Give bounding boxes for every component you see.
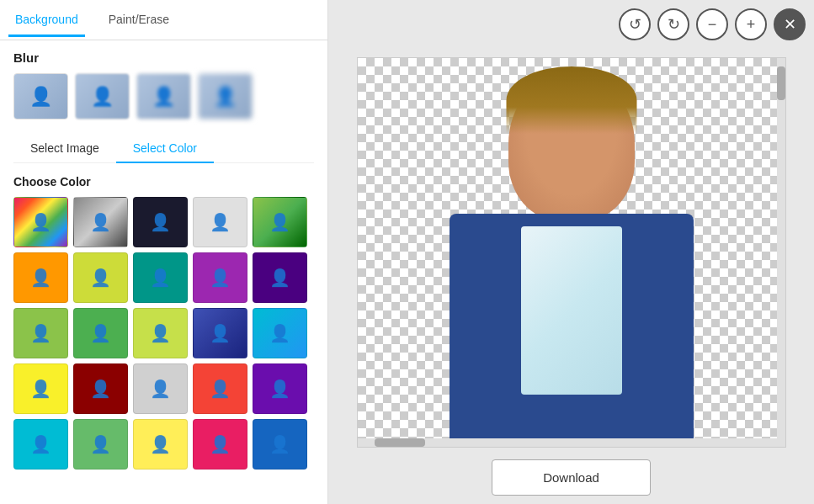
- left-panel: Background Paint/Erase Blur 👤 👤 👤 👤 Sele…: [0, 0, 328, 504]
- person-icon-lime: 👤: [90, 268, 111, 288]
- blur-thumb-1[interactable]: 👤: [75, 73, 130, 119]
- blur-thumb-3[interactable]: 👤: [198, 73, 253, 119]
- scrollbar-thumb-h[interactable]: [375, 438, 425, 447]
- blur-thumb-2[interactable]: 👤: [136, 73, 191, 119]
- person-icon-light-green: 👤: [30, 323, 51, 343]
- person-icon-green3: 👤: [90, 434, 111, 454]
- color-cell-green2[interactable]: 👤: [73, 308, 128, 358]
- scrollbar-horizontal[interactable]: [358, 438, 785, 447]
- color-cell-light-green[interactable]: 👤: [13, 308, 68, 358]
- person-icon-yellow-green: 👤: [150, 323, 171, 343]
- blur-thumb-0[interactable]: 👤: [13, 73, 68, 119]
- person-icon-light-gray2: 👤: [150, 379, 171, 399]
- person-icon-red: 👤: [210, 379, 231, 399]
- color-cell-light-gray[interactable]: 👤: [193, 197, 247, 247]
- scrollbar-thumb-v[interactable]: [777, 66, 785, 100]
- blur-thumbnails: 👤 👤 👤 👤: [13, 73, 314, 119]
- download-button[interactable]: Download: [492, 459, 651, 496]
- color-cell-blue-indigo[interactable]: 👤: [193, 308, 247, 358]
- person-icon-purple2: 👤: [269, 379, 290, 399]
- panel-content: Blur 👤 👤 👤 👤 Select Image Select Color C…: [0, 40, 327, 504]
- right-panel: ↺ ↻ − + ✕ Download: [328, 0, 814, 504]
- color-cell-multicolor[interactable]: 👤: [13, 197, 68, 247]
- person-icon-blue2: 👤: [269, 434, 290, 454]
- sub-tab-bar: Select Image Select Color: [13, 135, 314, 163]
- person-icon-cyan2: 👤: [30, 434, 51, 454]
- color-cell-lime[interactable]: 👤: [73, 252, 128, 303]
- person-icon-blue-indigo: 👤: [210, 323, 231, 343]
- person-icon-teal: 👤: [150, 268, 171, 288]
- undo-button[interactable]: ↺: [619, 8, 651, 40]
- person-icon-cyan-blue: 👤: [269, 323, 290, 343]
- close-button[interactable]: ✕: [774, 8, 806, 40]
- redo-button[interactable]: ↻: [657, 8, 689, 40]
- tab-bar: Background Paint/Erase: [0, 0, 327, 40]
- scrollbar-vertical[interactable]: [777, 58, 785, 447]
- sub-tab-select-image[interactable]: Select Image: [13, 135, 116, 163]
- color-cell-dark-purple[interactable]: 👤: [253, 252, 307, 303]
- canvas-area: [357, 57, 786, 448]
- person-icon-light-gray: 👤: [210, 212, 231, 232]
- color-cell-dark-suit[interactable]: 👤: [133, 197, 188, 247]
- person-icon-grayscale: 👤: [90, 212, 111, 232]
- color-cell-cyan2[interactable]: 👤: [13, 419, 68, 470]
- blur-preview-3: 👤: [199, 74, 252, 119]
- color-cell-pink[interactable]: 👤: [193, 419, 247, 470]
- tab-paint-erase[interactable]: Paint/Erase: [102, 4, 176, 37]
- zoom-in-button[interactable]: +: [735, 8, 767, 40]
- hair: [506, 66, 636, 134]
- toolbar: ↺ ↻ − + ✕: [619, 8, 806, 40]
- color-cell-red[interactable]: 👤: [193, 363, 247, 414]
- person-icon-multicolor: 👤: [30, 212, 51, 232]
- color-cell-green3[interactable]: 👤: [73, 419, 128, 470]
- person-icon-pink: 👤: [210, 434, 231, 454]
- color-cell-cyan-blue[interactable]: 👤: [253, 308, 307, 358]
- person-image: [450, 58, 694, 447]
- color-grid: 👤👤👤👤👤👤👤👤👤👤👤👤👤👤👤👤👤👤👤👤👤👤👤👤👤: [13, 197, 314, 470]
- blur-label: Blur: [13, 50, 314, 65]
- color-cell-light-gray2[interactable]: 👤: [133, 363, 188, 414]
- color-cell-grayscale[interactable]: 👤: [73, 197, 128, 247]
- color-cell-yellow2[interactable]: 👤: [133, 419, 188, 470]
- person-icon-orange: 👤: [30, 268, 51, 288]
- color-cell-blue2[interactable]: 👤: [253, 419, 307, 470]
- person-icon-green-grad: 👤: [269, 212, 290, 232]
- zoom-out-button[interactable]: −: [696, 8, 728, 40]
- color-cell-orange[interactable]: 👤: [13, 252, 68, 303]
- person-icon-yellow2: 👤: [150, 434, 171, 454]
- blur-preview-1: 👤: [76, 74, 129, 119]
- color-cell-teal[interactable]: 👤: [133, 252, 188, 303]
- person-icon-green2: 👤: [90, 323, 111, 343]
- color-cell-green-grad[interactable]: 👤: [253, 197, 307, 247]
- sub-tab-select-color[interactable]: Select Color: [116, 135, 214, 163]
- shirt: [521, 226, 622, 395]
- choose-color-label: Choose Color: [13, 175, 314, 188]
- blur-preview-0: 👤: [14, 74, 67, 119]
- color-cell-purple[interactable]: 👤: [193, 252, 247, 303]
- color-cell-dark-red[interactable]: 👤: [73, 363, 128, 414]
- person-icon-dark-red: 👤: [90, 379, 111, 399]
- color-cell-yellow-green[interactable]: 👤: [133, 308, 188, 358]
- color-cell-purple2[interactable]: 👤: [253, 363, 307, 414]
- person-icon-yellow: 👤: [30, 379, 51, 399]
- color-cell-yellow[interactable]: 👤: [13, 363, 68, 414]
- blur-preview-2: 👤: [137, 74, 190, 119]
- person-icon-dark-purple: 👤: [269, 268, 290, 288]
- person-icon-dark-suit: 👤: [150, 212, 171, 232]
- person-icon-purple: 👤: [210, 268, 231, 288]
- tab-background[interactable]: Background: [8, 4, 85, 37]
